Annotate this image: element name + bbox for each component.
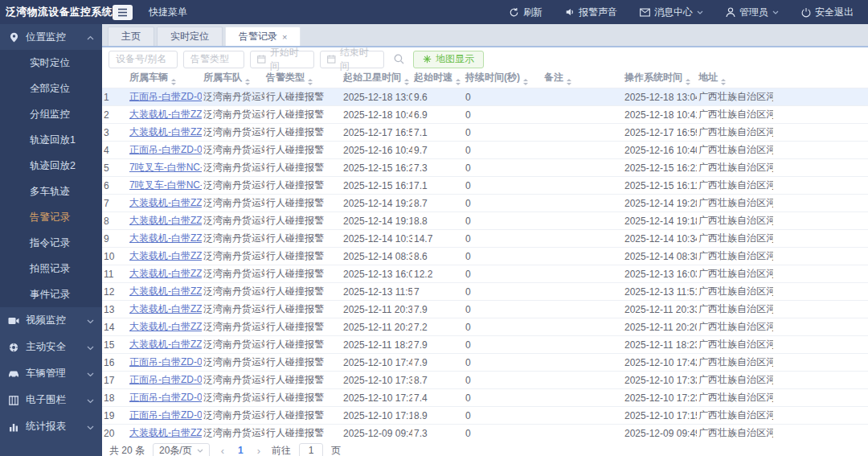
column-header[interactable]: 地址 xyxy=(697,71,773,88)
vehicle-link[interactable]: 正面吊-白带ZD-03LZ xyxy=(129,409,202,421)
table-row[interactable]: 15大装载机-白带ZZ-16LZ泛湾南丹货运站行人碰撞报警2025-12-11 … xyxy=(102,336,868,354)
quick-menu-button[interactable]: 快捷菜单 xyxy=(149,6,187,19)
sidebar-section-5[interactable]: 电子围栏 xyxy=(0,387,102,413)
alarm-type-input[interactable]: 告警类型 xyxy=(183,51,244,68)
page-size-select[interactable]: 20条/页 xyxy=(153,443,210,456)
vehicle-link[interactable]: 大装载机-白带ZZ-16LZ xyxy=(129,109,202,120)
vehicle-link[interactable]: 大装载机-白带ZZ-16LZ xyxy=(129,339,202,350)
column-header[interactable]: 告警类型 xyxy=(264,71,342,88)
tab-home[interactable]: 主页 xyxy=(108,27,154,46)
table-row[interactable]: 1正面吊-白带ZD-03LZ泛湾南丹货运站行人碰撞报警2025-12-18 13… xyxy=(102,88,868,106)
sort-icon[interactable] xyxy=(686,76,690,88)
sidebar-item-6[interactable]: 多车轨迹 xyxy=(0,179,102,204)
table-row[interactable]: 2大装载机-白带ZZ-16LZ泛湾南丹货运站行人碰撞报警2025-12-18 1… xyxy=(102,106,868,124)
vehicle-link[interactable]: 大装载机-白带ZZ-16LZ xyxy=(129,427,202,438)
column-header[interactable]: 起始卫星时间 xyxy=(342,71,412,88)
sidebar-item-7[interactable]: 告警记录 xyxy=(0,204,102,230)
sidebar-item-8[interactable]: 指令记录 xyxy=(0,230,102,256)
sidebar-item-4[interactable]: 轨迹回放1 xyxy=(0,127,102,153)
column-header[interactable]: 备注 xyxy=(542,71,623,88)
table-row[interactable]: 9大装载机-白带ZZ-16LZ泛湾南丹货运站行人碰撞报警2025-12-14 1… xyxy=(102,230,868,248)
alarm-sound-button[interactable]: 报警声音 xyxy=(565,6,617,19)
vehicle-link[interactable]: 正面吊-白带ZD-03LZ xyxy=(129,91,202,102)
vehicle-link[interactable]: 大装载机-白带ZZ-16LZ xyxy=(129,303,202,314)
vehicle-link[interactable]: 大装载机-白带ZZ-16LZ xyxy=(129,268,202,279)
table-row[interactable]: 7大装载机-白带ZZ-16LZ泛湾南丹货运站行人碰撞报警2025-12-14 1… xyxy=(102,195,868,212)
sidebar-section-6[interactable]: 统计报表 xyxy=(0,413,102,440)
table-row[interactable]: 10大装载机-白带ZZ-16LZ泛湾南丹货运站行人碰撞报警2025-12-14 … xyxy=(102,248,868,265)
user-menu[interactable]: 管理员 xyxy=(726,6,779,19)
tab-alarm-records[interactable]: 告警记录 × xyxy=(225,27,301,46)
message-center-button[interactable]: 消息中心 xyxy=(640,6,703,19)
sidebar-section-3[interactable]: 主动安全 xyxy=(0,334,102,360)
vehicle-link[interactable]: 大装载机-白带ZZ-16LZ xyxy=(129,197,202,208)
sidebar-item-2[interactable]: 全部定位 xyxy=(0,76,102,101)
vehicle-link[interactable]: 7吨叉车-白带NC-10LZ xyxy=(129,162,202,173)
goto-page-input[interactable]: 1 xyxy=(299,443,323,456)
table-row[interactable]: 20大装载机-白带ZZ-16LZ泛湾南丹货运站行人碰撞报警2025-12-09 … xyxy=(102,425,868,442)
column-header[interactable]: 操作系统时间 xyxy=(623,71,697,88)
table-row[interactable]: 57吨叉车-白带NC-10LZ泛湾南丹货运站行人碰撞报警2025-12-15 1… xyxy=(102,159,868,177)
search-button[interactable] xyxy=(390,51,407,68)
table-row[interactable]: 17正面吊-白带ZD-03LZ泛湾南丹货运站行人碰撞报警2025-12-10 1… xyxy=(102,372,868,389)
next-page-button[interactable]: › xyxy=(254,445,264,456)
device-search-input[interactable]: 设备号/别名 xyxy=(108,51,178,68)
sort-icon[interactable] xyxy=(567,76,571,88)
logout-button[interactable]: 安全退出 xyxy=(801,6,854,19)
sidebar-item-9[interactable]: 拍照记录 xyxy=(0,256,102,281)
table-row[interactable]: 8大装载机-白带ZZ-16LZ泛湾南丹货运站行人碰撞报警2025-12-14 1… xyxy=(102,212,868,230)
table-cell xyxy=(773,159,868,177)
table-row[interactable]: 19正面吊-白带ZD-03LZ泛湾南丹货运站行人碰撞报警2025-12-10 1… xyxy=(102,407,868,425)
collapse-menu-button[interactable] xyxy=(113,5,133,20)
vehicle-link[interactable]: 正面吊-白带ZD-03LZ xyxy=(129,392,202,403)
sidebar-item-3[interactable]: 分组监控 xyxy=(0,101,102,127)
close-icon[interactable]: × xyxy=(282,32,287,42)
envelope-icon xyxy=(640,8,650,17)
vehicle-link[interactable]: 大装载机-白带ZZ-16LZ xyxy=(129,232,202,244)
sort-icon[interactable] xyxy=(456,76,461,88)
sort-icon[interactable] xyxy=(404,76,409,88)
column-header[interactable]: 起始时速 xyxy=(412,71,464,88)
column-header[interactable]: 所属车辆 xyxy=(128,71,202,88)
table-row[interactable]: 3大装载机-白带ZZ-16LZ泛湾南丹货运站行人碰撞报警2025-12-17 1… xyxy=(102,124,868,142)
table-row[interactable]: 16正面吊-白带ZD-03LZ泛湾南丹货运站行人碰撞报警2025-12-10 1… xyxy=(102,354,868,372)
vehicle-link[interactable]: 正面吊-白带ZD-03LZ xyxy=(129,144,202,155)
vehicle-link[interactable]: 正面吊-白带ZD-03LZ xyxy=(129,356,202,368)
column-header[interactable]: 所属车队 xyxy=(202,71,264,88)
sort-icon[interactable] xyxy=(171,76,176,88)
start-time-input[interactable]: 开始时间 xyxy=(250,51,314,68)
vehicle-link[interactable]: 大装载机-白带ZZ-16LZ xyxy=(129,126,202,138)
vehicle-link[interactable]: 大装载机-白带ZZ-16LZ xyxy=(129,250,202,261)
sidebar-item-5[interactable]: 轨迹回放2 xyxy=(0,153,102,179)
tab-realtime-location[interactable]: 实时定位 xyxy=(157,27,223,46)
sort-icon[interactable] xyxy=(721,76,726,88)
sidebar-item-10[interactable]: 事件记录 xyxy=(0,281,102,307)
sidebar-section-location[interactable]: 位置监控 xyxy=(0,24,102,50)
table-row[interactable]: 4正面吊-白带ZD-03LZ泛湾南丹货运站行人碰撞报警2025-12-16 10… xyxy=(102,142,868,159)
vehicle-link[interactable]: 大装载机-白带ZZ-16LZ xyxy=(129,215,202,226)
sidebar-section-2[interactable]: 视频监控 xyxy=(0,307,102,334)
end-time-input[interactable]: 结束时间 xyxy=(320,51,384,68)
map-display-button[interactable]: 地图显示 xyxy=(413,51,484,68)
current-page[interactable]: 1 xyxy=(235,445,246,456)
refresh-button[interactable]: 刷新 xyxy=(509,6,542,19)
table-row[interactable]: 12大装载机-白带ZZ-16LZ泛湾南丹货运站行人碰撞报警2025-12-13 … xyxy=(102,283,868,301)
vehicle-link[interactable]: 大装载机-白带ZZ-16LZ xyxy=(129,286,202,297)
vehicle-link[interactable]: 7吨叉车-白带NC-10LZ xyxy=(129,179,202,191)
vehicle-link[interactable]: 大装载机-白带ZZ-16LZ xyxy=(129,321,202,332)
sidebar-section-4[interactable]: 车辆管理 xyxy=(0,360,102,387)
sidebar-item-1[interactable]: 实时定位 xyxy=(0,50,102,76)
sort-icon[interactable] xyxy=(308,76,313,88)
sort-icon[interactable] xyxy=(523,76,528,88)
table-row[interactable]: 67吨叉车-白带NC-10LZ泛湾南丹货运站行人碰撞报警2025-12-15 1… xyxy=(102,177,868,195)
table-row[interactable]: 18正面吊-白带ZD-03LZ泛湾南丹货运站行人碰撞报警2025-12-10 1… xyxy=(102,389,868,407)
table-row[interactable]: 13大装载机-白带ZZ-16LZ泛湾南丹货运站行人碰撞报警2025-12-11 … xyxy=(102,301,868,318)
shield-icon xyxy=(8,343,19,352)
column-header[interactable]: 持续时间(秒) xyxy=(464,71,542,88)
table-row[interactable]: 14大装载机-白带ZZ-16LZ泛湾南丹货运站行人碰撞报警2025-12-11 … xyxy=(102,318,868,336)
prev-page-button[interactable]: ‹ xyxy=(218,445,227,456)
table-row[interactable]: 11大装载机-白带ZZ-16LZ泛湾南丹货运站行人碰撞报警2025-12-13 … xyxy=(102,265,868,283)
sort-icon[interactable] xyxy=(245,76,250,88)
power-icon xyxy=(801,7,811,18)
vehicle-link[interactable]: 正面吊-白带ZD-03LZ xyxy=(129,374,202,385)
